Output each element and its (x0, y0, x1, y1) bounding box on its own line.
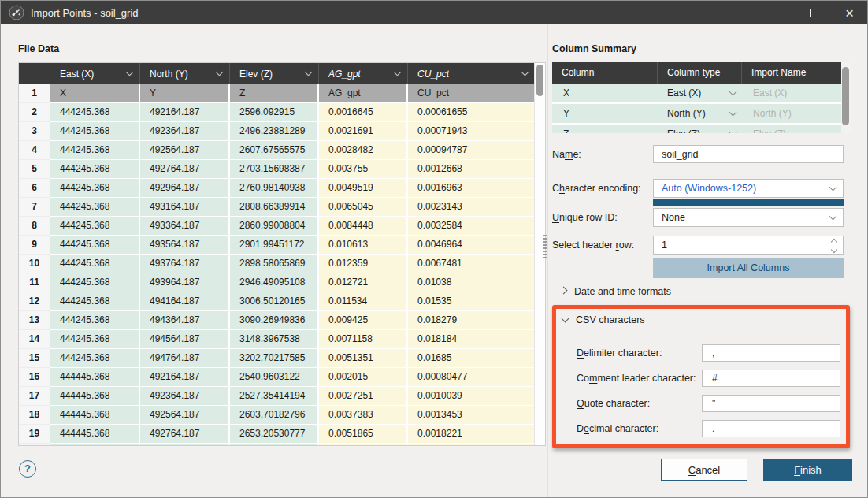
table-row[interactable]: 1XYZAG_gptCU_pct (19, 84, 536, 103)
table-cell: 492764.187 (140, 160, 230, 179)
date-time-formats-disclosure[interactable]: Date and time formats (561, 286, 671, 297)
table-cell: 0.0065045 (319, 198, 408, 217)
table-cell: 0.003755 (319, 160, 408, 179)
header-row-spinner[interactable]: 1 (653, 236, 844, 255)
character-encoding-select[interactable]: Auto (Windows-1252) (653, 179, 844, 198)
column-header[interactable]: AG_gpt (319, 63, 408, 84)
summary-import-name: East (X) (742, 84, 842, 102)
table-cell: 444245.368 (50, 103, 140, 122)
row-number: 4 (19, 141, 50, 160)
scrollbar-thumb[interactable] (536, 65, 543, 96)
summary-row: YNorth (Y)North (Y) (552, 104, 842, 124)
delimiter-character-label: Delimiter character: (577, 347, 662, 359)
table-cell: 493164.187 (140, 198, 230, 217)
table-row[interactable]: 4444245.368492564.1872607.675655750.0028… (19, 141, 536, 160)
table-row[interactable]: 14444245.368494564.1873148.39675380.0071… (19, 330, 536, 349)
header-row-value: 1 (662, 240, 667, 251)
comment-leader-character-input[interactable] (702, 370, 840, 387)
table-row[interactable]: 9444245.368493564.1872901.994511720.0106… (19, 236, 536, 255)
file-data-section-label: File Data (18, 43, 59, 54)
table-row[interactable]: 12444245.368494164.1873006.501201650.011… (19, 292, 536, 311)
row-number: 8 (19, 217, 50, 236)
select-header-row-label: Select header row: (552, 240, 634, 251)
table-row[interactable]: 6444245.368492964.1872760.981409380.0049… (19, 179, 536, 198)
table-row[interactable]: 7444245.368493164.1872808.663899140.0065… (19, 198, 536, 217)
table-row[interactable]: 8444245.368493364.1872860.990088040.0084… (19, 217, 536, 236)
table-cell: 2808.66389914 (230, 198, 319, 217)
quote-character-input[interactable] (702, 395, 840, 412)
import-all-columns-button[interactable]: Import All Columns (653, 258, 844, 278)
table-cell: 2607.67565575 (230, 141, 319, 160)
column-header[interactable]: Elev (Z) (230, 63, 319, 84)
row-number: 12 (19, 292, 50, 311)
row-number: 19 (19, 425, 50, 444)
csv-field-row: Delimiter character: (552, 344, 845, 370)
table-row[interactable]: 2444245.368492164.1872596.0929150.001664… (19, 103, 536, 122)
maximize-button[interactable] (796, 1, 832, 24)
column-header[interactable]: East (X) (50, 63, 140, 84)
table-cell: 2596.092915 (230, 103, 319, 122)
spinner-buttons[interactable] (829, 238, 839, 254)
summary-header: Column (552, 62, 658, 84)
table-cell: 444245.368 (50, 122, 140, 141)
table-row[interactable]: 10444245.368493764.1872898.580658690.012… (19, 255, 536, 273)
table-cell: 444245.368 (50, 160, 140, 179)
column-type-select[interactable]: East (X) (658, 84, 742, 102)
column-header-label: AG_gpt (328, 69, 361, 80)
column-summary-section-label: Column Summary (552, 43, 636, 54)
column-header[interactable]: North (Y) (140, 63, 230, 84)
table-row[interactable]: 13444245.368494364.1873090.269498360.009… (19, 311, 536, 330)
summary-import-name: North (Y) (742, 104, 842, 123)
table-cell: 2901.99451172 (230, 236, 319, 255)
table-cell: 0.00071943 (408, 122, 536, 141)
unique-row-id-select[interactable]: None (653, 208, 844, 227)
table-cell: 0.0010039 (408, 387, 536, 406)
table-row[interactable]: 11444245.368493964.1872946.490951080.012… (19, 273, 536, 292)
delimiter-character-input[interactable] (702, 344, 840, 362)
column-summary-scrollbar[interactable] (841, 62, 851, 133)
table-row[interactable]: 16444445.368492164.1872540.96031220.0020… (19, 368, 536, 387)
table-cell: 0.0018221 (408, 425, 536, 444)
help-button[interactable]: ? (19, 460, 36, 478)
table-cell: 0.0016645 (319, 103, 408, 122)
table-cell: 3148.3967538 (230, 330, 319, 349)
date-time-formats-label: Date and time formats (574, 286, 671, 297)
table-cell: 494364.187 (140, 311, 230, 330)
decimal-character-input[interactable] (702, 420, 840, 437)
close-button[interactable]: × (832, 1, 867, 24)
spin-up-icon[interactable] (831, 239, 837, 245)
table-cell: 444245.368 (50, 141, 140, 160)
chevron-down-icon (216, 69, 224, 76)
table-cell: 0.012359 (319, 255, 408, 273)
finish-button[interactable]: Finish (763, 459, 852, 481)
row-number: 13 (19, 311, 50, 330)
row-number: 2 (19, 103, 50, 122)
row-number: 17 (19, 387, 50, 406)
file-data-table: East (X)North (Y)Elev (Z)AG_gptCU_pct 1X… (18, 62, 546, 446)
cancel-button[interactable]: Cancel (661, 459, 747, 481)
table-row[interactable]: 15444245.368494764.1873202.702175850.005… (19, 349, 536, 368)
table-cell: 2898.58065869 (230, 255, 319, 273)
file-data-header-row: East (X)North (Y)Elev (Z)AG_gptCU_pct (19, 63, 536, 84)
splitter-handle[interactable] (543, 235, 547, 258)
summary-import-name: Elev (Z) (742, 124, 842, 133)
table-row[interactable]: 5444245.368492764.1872703.156983870.0037… (19, 160, 536, 179)
scrollbar-thumb[interactable] (842, 67, 849, 125)
comment-leader-character-label: Comment leader character: (577, 373, 696, 384)
table-row[interactable]: 18444445.368492564.1872603.701827960.003… (19, 406, 536, 425)
spin-down-icon[interactable] (831, 247, 837, 253)
name-input[interactable] (653, 145, 844, 163)
csv-characters-disclosure[interactable]: CSV characters (562, 314, 645, 325)
titlebar[interactable]: Import Points - soil_grid × (1, 1, 867, 24)
row-number: 18 (19, 406, 50, 425)
table-row[interactable]: 19444445.368492764.1872653.205307770.005… (19, 425, 536, 444)
unique-row-id-value: None (662, 212, 685, 223)
decimal-character-label: Decimal character: (577, 423, 658, 434)
table-row[interactable]: 3444245.368492364.1872496.238812890.0021… (19, 122, 536, 141)
table-cell: Y (140, 84, 230, 103)
column-header[interactable]: CU_pct (408, 63, 536, 84)
chevron-down-icon (729, 128, 737, 133)
column-type-select[interactable]: North (Y) (658, 104, 742, 123)
column-type-select[interactable]: Elev (Z) (658, 124, 742, 133)
table-row[interactable]: 17444445.368492364.1872527.354141940.002… (19, 387, 536, 406)
